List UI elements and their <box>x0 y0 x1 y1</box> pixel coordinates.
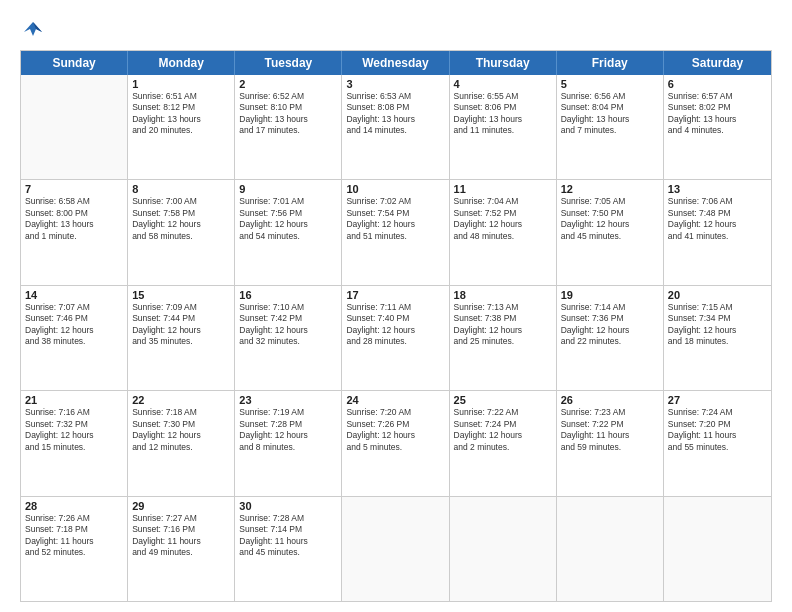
day-number: 6 <box>668 78 767 90</box>
day-info: Sunrise: 7:14 AM Sunset: 7:36 PM Dayligh… <box>561 302 659 348</box>
calendar-row-3: 21Sunrise: 7:16 AM Sunset: 7:32 PM Dayli… <box>21 391 771 496</box>
day-info: Sunrise: 7:00 AM Sunset: 7:58 PM Dayligh… <box>132 196 230 242</box>
day-info: Sunrise: 6:51 AM Sunset: 8:12 PM Dayligh… <box>132 91 230 137</box>
day-number: 10 <box>346 183 444 195</box>
calendar-cell-r3-c0: 21Sunrise: 7:16 AM Sunset: 7:32 PM Dayli… <box>21 391 128 495</box>
day-number: 28 <box>25 500 123 512</box>
calendar-row-2: 14Sunrise: 7:07 AM Sunset: 7:46 PM Dayli… <box>21 286 771 391</box>
calendar-cell-r2-c1: 15Sunrise: 7:09 AM Sunset: 7:44 PM Dayli… <box>128 286 235 390</box>
calendar-cell-r0-c3: 3Sunrise: 6:53 AM Sunset: 8:08 PM Daylig… <box>342 75 449 179</box>
day-number: 24 <box>346 394 444 406</box>
day-number: 16 <box>239 289 337 301</box>
day-info: Sunrise: 6:53 AM Sunset: 8:08 PM Dayligh… <box>346 91 444 137</box>
header-day-wednesday: Wednesday <box>342 51 449 75</box>
day-info: Sunrise: 6:56 AM Sunset: 8:04 PM Dayligh… <box>561 91 659 137</box>
day-number: 1 <box>132 78 230 90</box>
calendar: SundayMondayTuesdayWednesdayThursdayFrid… <box>20 50 772 602</box>
calendar-cell-r4-c5 <box>557 497 664 601</box>
calendar-cell-r3-c5: 26Sunrise: 7:23 AM Sunset: 7:22 PM Dayli… <box>557 391 664 495</box>
calendar-row-4: 28Sunrise: 7:26 AM Sunset: 7:18 PM Dayli… <box>21 497 771 601</box>
day-info: Sunrise: 7:27 AM Sunset: 7:16 PM Dayligh… <box>132 513 230 559</box>
day-number: 20 <box>668 289 767 301</box>
day-number: 22 <box>132 394 230 406</box>
calendar-cell-r3-c2: 23Sunrise: 7:19 AM Sunset: 7:28 PM Dayli… <box>235 391 342 495</box>
day-info: Sunrise: 7:04 AM Sunset: 7:52 PM Dayligh… <box>454 196 552 242</box>
day-number: 5 <box>561 78 659 90</box>
day-info: Sunrise: 7:20 AM Sunset: 7:26 PM Dayligh… <box>346 407 444 453</box>
calendar-cell-r2-c0: 14Sunrise: 7:07 AM Sunset: 7:46 PM Dayli… <box>21 286 128 390</box>
logo <box>20 18 44 40</box>
day-info: Sunrise: 7:23 AM Sunset: 7:22 PM Dayligh… <box>561 407 659 453</box>
day-info: Sunrise: 7:28 AM Sunset: 7:14 PM Dayligh… <box>239 513 337 559</box>
calendar-row-0: 1Sunrise: 6:51 AM Sunset: 8:12 PM Daylig… <box>21 75 771 180</box>
calendar-body: 1Sunrise: 6:51 AM Sunset: 8:12 PM Daylig… <box>21 75 771 601</box>
calendar-cell-r2-c2: 16Sunrise: 7:10 AM Sunset: 7:42 PM Dayli… <box>235 286 342 390</box>
calendar-cell-r1-c4: 11Sunrise: 7:04 AM Sunset: 7:52 PM Dayli… <box>450 180 557 284</box>
calendar-header-row: SundayMondayTuesdayWednesdayThursdayFrid… <box>21 51 771 75</box>
day-number: 4 <box>454 78 552 90</box>
day-info: Sunrise: 7:01 AM Sunset: 7:56 PM Dayligh… <box>239 196 337 242</box>
day-number: 27 <box>668 394 767 406</box>
day-number: 7 <box>25 183 123 195</box>
day-info: Sunrise: 7:11 AM Sunset: 7:40 PM Dayligh… <box>346 302 444 348</box>
day-info: Sunrise: 7:19 AM Sunset: 7:28 PM Dayligh… <box>239 407 337 453</box>
day-number: 19 <box>561 289 659 301</box>
day-number: 26 <box>561 394 659 406</box>
day-info: Sunrise: 7:09 AM Sunset: 7:44 PM Dayligh… <box>132 302 230 348</box>
day-number: 17 <box>346 289 444 301</box>
day-number: 12 <box>561 183 659 195</box>
header-day-friday: Friday <box>557 51 664 75</box>
day-info: Sunrise: 7:16 AM Sunset: 7:32 PM Dayligh… <box>25 407 123 453</box>
calendar-cell-r3-c4: 25Sunrise: 7:22 AM Sunset: 7:24 PM Dayli… <box>450 391 557 495</box>
calendar-cell-r1-c1: 8Sunrise: 7:00 AM Sunset: 7:58 PM Daylig… <box>128 180 235 284</box>
calendar-cell-r0-c2: 2Sunrise: 6:52 AM Sunset: 8:10 PM Daylig… <box>235 75 342 179</box>
day-number: 25 <box>454 394 552 406</box>
day-number: 2 <box>239 78 337 90</box>
day-info: Sunrise: 7:10 AM Sunset: 7:42 PM Dayligh… <box>239 302 337 348</box>
calendar-cell-r3-c6: 27Sunrise: 7:24 AM Sunset: 7:20 PM Dayli… <box>664 391 771 495</box>
calendar-cell-r4-c4 <box>450 497 557 601</box>
day-number: 8 <box>132 183 230 195</box>
day-number: 18 <box>454 289 552 301</box>
calendar-cell-r0-c0 <box>21 75 128 179</box>
day-number: 29 <box>132 500 230 512</box>
calendar-cell-r1-c5: 12Sunrise: 7:05 AM Sunset: 7:50 PM Dayli… <box>557 180 664 284</box>
day-info: Sunrise: 7:05 AM Sunset: 7:50 PM Dayligh… <box>561 196 659 242</box>
calendar-cell-r0-c4: 4Sunrise: 6:55 AM Sunset: 8:06 PM Daylig… <box>450 75 557 179</box>
calendar-cell-r2-c6: 20Sunrise: 7:15 AM Sunset: 7:34 PM Dayli… <box>664 286 771 390</box>
header-day-thursday: Thursday <box>450 51 557 75</box>
day-number: 23 <box>239 394 337 406</box>
day-info: Sunrise: 7:18 AM Sunset: 7:30 PM Dayligh… <box>132 407 230 453</box>
calendar-cell-r4-c6 <box>664 497 771 601</box>
day-info: Sunrise: 7:22 AM Sunset: 7:24 PM Dayligh… <box>454 407 552 453</box>
day-info: Sunrise: 7:02 AM Sunset: 7:54 PM Dayligh… <box>346 196 444 242</box>
day-info: Sunrise: 7:24 AM Sunset: 7:20 PM Dayligh… <box>668 407 767 453</box>
calendar-cell-r1-c0: 7Sunrise: 6:58 AM Sunset: 8:00 PM Daylig… <box>21 180 128 284</box>
day-info: Sunrise: 6:52 AM Sunset: 8:10 PM Dayligh… <box>239 91 337 137</box>
calendar-cell-r3-c3: 24Sunrise: 7:20 AM Sunset: 7:26 PM Dayli… <box>342 391 449 495</box>
day-info: Sunrise: 6:57 AM Sunset: 8:02 PM Dayligh… <box>668 91 767 137</box>
calendar-cell-r3-c1: 22Sunrise: 7:18 AM Sunset: 7:30 PM Dayli… <box>128 391 235 495</box>
calendar-cell-r1-c2: 9Sunrise: 7:01 AM Sunset: 7:56 PM Daylig… <box>235 180 342 284</box>
header-day-monday: Monday <box>128 51 235 75</box>
calendar-cell-r1-c3: 10Sunrise: 7:02 AM Sunset: 7:54 PM Dayli… <box>342 180 449 284</box>
header <box>20 18 772 40</box>
calendar-cell-r4-c1: 29Sunrise: 7:27 AM Sunset: 7:16 PM Dayli… <box>128 497 235 601</box>
calendar-cell-r1-c6: 13Sunrise: 7:06 AM Sunset: 7:48 PM Dayli… <box>664 180 771 284</box>
day-number: 3 <box>346 78 444 90</box>
day-number: 9 <box>239 183 337 195</box>
day-info: Sunrise: 7:13 AM Sunset: 7:38 PM Dayligh… <box>454 302 552 348</box>
day-number: 15 <box>132 289 230 301</box>
header-day-saturday: Saturday <box>664 51 771 75</box>
day-info: Sunrise: 7:06 AM Sunset: 7:48 PM Dayligh… <box>668 196 767 242</box>
day-info: Sunrise: 7:07 AM Sunset: 7:46 PM Dayligh… <box>25 302 123 348</box>
header-day-sunday: Sunday <box>21 51 128 75</box>
logo-bird-icon <box>22 18 44 40</box>
calendar-cell-r4-c2: 30Sunrise: 7:28 AM Sunset: 7:14 PM Dayli… <box>235 497 342 601</box>
day-info: Sunrise: 7:26 AM Sunset: 7:18 PM Dayligh… <box>25 513 123 559</box>
page: SundayMondayTuesdayWednesdayThursdayFrid… <box>0 0 792 612</box>
calendar-cell-r0-c1: 1Sunrise: 6:51 AM Sunset: 8:12 PM Daylig… <box>128 75 235 179</box>
calendar-cell-r2-c5: 19Sunrise: 7:14 AM Sunset: 7:36 PM Dayli… <box>557 286 664 390</box>
day-number: 21 <box>25 394 123 406</box>
day-info: Sunrise: 6:55 AM Sunset: 8:06 PM Dayligh… <box>454 91 552 137</box>
